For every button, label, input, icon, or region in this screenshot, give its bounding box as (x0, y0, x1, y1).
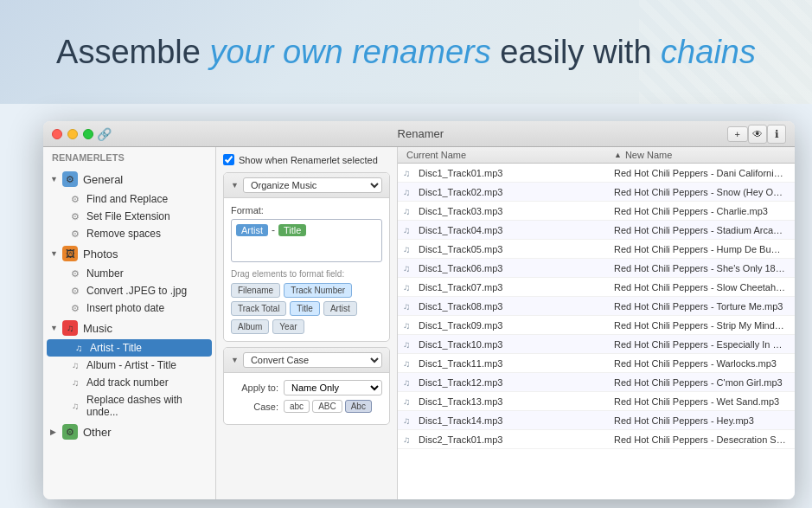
drag-title[interactable]: Title (290, 301, 320, 316)
sidebar-header: Renamerlets (43, 147, 215, 168)
sidebar-section-general[interactable]: ▼ ⚙ General (43, 168, 215, 190)
window-title: Renamer (114, 127, 727, 140)
table-row[interactable]: ♫ Disc1_Track14.mp3 Red Hot Chili Pepper… (398, 411, 795, 430)
music-file-icon: ♫ (398, 244, 415, 254)
file-new-name: Red Hot Chili Peppers - Dani California.… (605, 166, 795, 180)
file-new-name: Red Hot Chili Peppers - Warlocks.mp3 (605, 357, 795, 370)
table-row[interactable]: ♫ Disc1_Track07.mp3 Red Hot Chili Pepper… (398, 278, 795, 297)
music-icon: ♫ (62, 320, 78, 336)
file-current-name: Disc1_Track12.mp3 (415, 376, 605, 389)
table-row[interactable]: ♫ Disc1_Track08.mp3 Red Hot Chili Pepper… (398, 297, 795, 316)
sidebar-item-remove-spaces[interactable]: ⚙ Remove spaces (43, 225, 215, 242)
find-replace-icon: ⚙ (69, 193, 81, 205)
drag-album[interactable]: Album (231, 319, 269, 334)
table-row[interactable]: ♫ Disc1_Track05.mp3 Red Hot Chili Pepper… (398, 240, 795, 259)
table-row[interactable]: ♫ Disc1_Track01.mp3 Red Hot Chili Pepper… (398, 164, 795, 183)
sidebar-section-other[interactable]: ▶ ⚙ Other (43, 421, 215, 443)
table-row[interactable]: ♫ Disc1_Track09.mp3 Red Hot Chili Pepper… (398, 316, 795, 335)
artist-tag[interactable]: Artist (236, 224, 268, 236)
music-file-icon: ♫ (398, 282, 415, 293)
chain-select-organize[interactable]: Organize Music (243, 177, 382, 193)
music-file-icon: ♫ (398, 339, 415, 350)
file-list-header: Current Name ▲ New Name (398, 147, 795, 164)
music-file-icon: ♫ (398, 263, 415, 273)
music-file-icon: ♫ (398, 377, 415, 388)
case-btn-upper[interactable]: ABC (312, 400, 342, 413)
drag-artist[interactable]: Artist (323, 301, 357, 316)
case-label: Case: (231, 402, 278, 412)
file-current-name: Disc1_Track07.mp3 (415, 280, 605, 294)
file-current-name: Disc1_Track03.mp3 (415, 204, 605, 218)
table-row[interactable]: ♫ Disc1_Track13.mp3 Red Hot Chili Pepper… (398, 392, 795, 411)
file-new-name: Red Hot Chili Peppers - Wet Sand.mp3 (605, 395, 795, 408)
drag-label: Drag elements to format field: (231, 269, 382, 279)
drag-track-number[interactable]: Track Number (284, 283, 352, 298)
sidebar-item-set-extension[interactable]: ⚙ Set File Extension (43, 208, 215, 225)
chain-triangle-icon: ▼ (231, 181, 239, 190)
maximize-button[interactable] (83, 129, 93, 139)
add-button[interactable]: + (727, 126, 748, 142)
music-file-icon: ♫ (398, 434, 415, 445)
drag-track-total[interactable]: Track Total (231, 301, 286, 316)
photo-date-icon: ⚙ (69, 302, 81, 314)
sidebar-item-jpeg[interactable]: ⚙ Convert .JPEG to .jpg (43, 282, 215, 299)
sidebar-item-number[interactable]: ⚙ Number (43, 265, 215, 282)
sidebar-item-album-artist-title[interactable]: ♫ Album - Artist - Title (43, 357, 215, 374)
traffic-lights (52, 129, 93, 139)
music-file-icon: ♫ (398, 396, 415, 407)
sidebar-section-music[interactable]: ▼ ♫ Music (43, 317, 215, 339)
file-current-name: Disc1_Track10.mp3 (415, 338, 605, 351)
sidebar-item-replace-dashes[interactable]: ♫ Replace dashes with unde... (43, 391, 215, 421)
show-checkbox[interactable] (223, 154, 234, 165)
drag-tags: Filename Track Number Track Total Title … (231, 283, 382, 334)
file-current-name: Disc2_Track01.mp3 (415, 433, 605, 447)
music-file-icon: ♫ (398, 168, 415, 178)
info-button[interactable]: ℹ (767, 125, 786, 144)
format-field: Artist - Title (231, 219, 382, 262)
table-row[interactable]: ♫ Disc1_Track03.mp3 Red Hot Chili Pepper… (398, 202, 795, 221)
case-btn-lower[interactable]: abc (284, 400, 310, 413)
chain-select-convert[interactable]: Convert Case (243, 352, 382, 368)
table-row[interactable]: ♫ Disc1_Track11.mp3 Red Hot Chili Pepper… (398, 354, 795, 373)
music-file-icon: ♫ (398, 358, 415, 369)
table-row[interactable]: ♫ Disc1_Track06.mp3 Red Hot Chili Pepper… (398, 259, 795, 278)
col-new-name[interactable]: ▲ New Name (605, 150, 795, 160)
chain-triangle-convert-icon: ▼ (231, 356, 239, 364)
table-row[interactable]: ♫ Disc1_Track12.mp3 Red Hot Chili Pepper… (398, 373, 795, 392)
sort-arrow-icon: ▲ (614, 151, 622, 159)
file-current-name: Disc1_Track11.mp3 (415, 357, 605, 370)
sidebar: Renamerlets ▼ ⚙ General ⚙ Find and Repla… (43, 147, 216, 499)
middle-panel: Show when Renamerlet selected ▼ Organize… (216, 147, 398, 499)
jpeg-icon: ⚙ (69, 285, 81, 297)
drag-filename[interactable]: Filename (231, 283, 280, 298)
other-icon: ⚙ (62, 424, 78, 440)
title-tag[interactable]: Title (278, 224, 306, 236)
minimize-button[interactable] (67, 129, 78, 139)
file-current-name: Disc1_Track08.mp3 (415, 299, 605, 313)
sidebar-item-artist-title[interactable]: ♫ Artist - Title (47, 339, 212, 357)
file-new-name: Red Hot Chili Peppers - Especially In Mi… (605, 338, 795, 351)
apply-to-select[interactable]: Name Only (284, 380, 382, 395)
table-row[interactable]: ♫ Disc1_Track04.mp3 Red Hot Chili Pepper… (398, 221, 795, 240)
col-current-name: Current Name (398, 150, 605, 160)
file-current-name: Disc1_Track01.mp3 (415, 166, 605, 180)
drag-year[interactable]: Year (272, 319, 304, 334)
triangle-icon: ▼ (50, 249, 59, 258)
sidebar-section-photos[interactable]: ▼ 🖼 Photos (43, 242, 215, 265)
number-icon: ⚙ (69, 267, 81, 280)
table-row[interactable]: ♫ Disc1_Track10.mp3 Red Hot Chili Pepper… (398, 335, 795, 354)
file-new-name: Red Hot Chili Peppers - Torture Me.mp3 (605, 299, 795, 313)
sidebar-item-find-replace[interactable]: ⚙ Find and Replace (43, 190, 215, 208)
chain-body-organize: Format: Artist - Title Drag elements to … (224, 198, 389, 341)
close-button[interactable] (52, 129, 62, 139)
sidebar-item-photo-date[interactable]: ⚙ Insert photo date (43, 299, 215, 317)
table-row[interactable]: ♫ Disc2_Track01.mp3 Red Hot Chili Pepper… (398, 430, 795, 449)
case-btn-title[interactable]: Abc (345, 400, 372, 413)
banner-title: Assemble your own renamers easily with c… (56, 34, 756, 71)
show-checkbox-row: Show when Renamerlet selected (223, 154, 390, 165)
sidebar-item-add-track[interactable]: ♫ Add track number (43, 374, 215, 391)
eye-button[interactable]: 👁 (748, 125, 767, 144)
organize-music-block: ▼ Organize Music Format: Artist - Title … (223, 172, 390, 342)
file-current-name: Disc1_Track05.mp3 (415, 242, 605, 256)
table-row[interactable]: ♫ Disc1_Track02.mp3 Red Hot Chili Pepper… (398, 183, 795, 202)
